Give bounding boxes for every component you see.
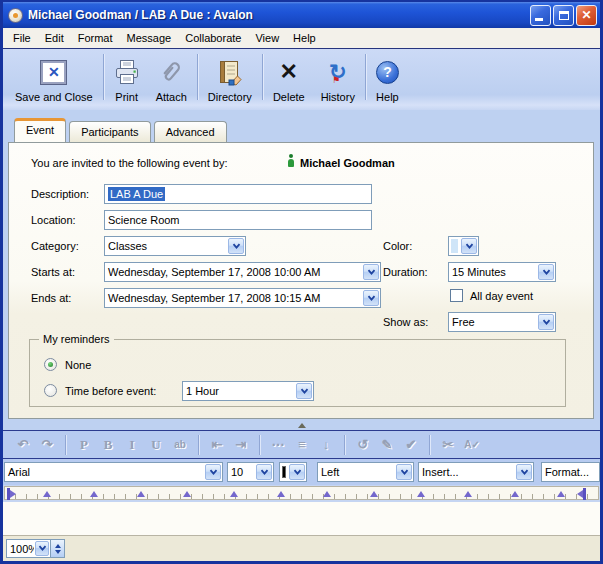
tab-stop-marker[interactable] — [277, 491, 285, 497]
minimize-button[interactable] — [530, 5, 551, 26]
paragraph-spacing-icon[interactable]: ≡ — [292, 437, 312, 452]
tab-advanced[interactable]: Advanced — [154, 121, 227, 142]
content-area: Event Participants Advanced You are invi… — [3, 110, 600, 430]
zoom-combo[interactable]: 100% — [6, 539, 51, 558]
plain-style-icon[interactable]: P — [74, 437, 94, 453]
menu-file[interactable]: File — [6, 30, 38, 46]
left-margin-marker[interactable] — [7, 488, 17, 500]
delete-button[interactable]: ✕ Delete — [265, 52, 313, 104]
chevron-down-icon — [516, 464, 532, 480]
text-color-swatch — [282, 466, 286, 478]
reminder-time-radio[interactable] — [44, 384, 57, 397]
description-input[interactable]: LAB A Due — [104, 184, 372, 204]
menu-edit[interactable]: Edit — [38, 30, 71, 46]
font-size-combo[interactable]: 10 — [227, 462, 274, 482]
starts-at-combo[interactable]: Wednesday, September 17, 2008 10:00 AM — [104, 262, 381, 282]
history-button[interactable]: ↻⚑ History — [313, 52, 363, 104]
duration-combo[interactable]: 15 Minutes — [448, 262, 556, 282]
ends-at-combo[interactable]: Wednesday, September 17, 2008 10:15 AM — [104, 288, 381, 308]
font-toolbar: Arial 10 Left Insert... — [3, 458, 600, 485]
tab-stop-marker[interactable] — [557, 491, 565, 497]
main-toolbar: ✕ Save and Close Print — [3, 48, 600, 110]
approve-icon[interactable]: ✔ — [401, 437, 421, 452]
menu-format[interactable]: Format — [71, 30, 120, 46]
starts-at-label: Starts at: — [31, 266, 75, 278]
location-input[interactable]: Science Room — [104, 210, 372, 230]
tab-stop-marker[interactable] — [323, 491, 331, 497]
tab-stop-marker[interactable] — [43, 491, 51, 497]
outdent-icon[interactable]: ⇤ — [207, 437, 227, 452]
category-label: Category: — [31, 240, 79, 252]
right-margin-marker[interactable] — [576, 488, 586, 500]
revert-icon[interactable]: ↺ — [353, 437, 373, 452]
delete-icon: ✕ — [280, 61, 298, 83]
directory-button[interactable]: Directory — [200, 52, 260, 104]
all-day-checkbox[interactable] — [450, 289, 463, 302]
italic-icon[interactable]: I — [122, 437, 142, 453]
underline-icon[interactable]: U — [146, 437, 166, 453]
tab-stops-icon[interactable]: ⋯ — [268, 437, 288, 452]
maximize-button[interactable] — [553, 5, 574, 26]
format-combo[interactable]: Format... — [541, 462, 600, 482]
pen-icon[interactable]: ✎ — [377, 437, 397, 452]
title-bar: Michael Goodman / LAB A Due : Avalon ✕ — [3, 2, 600, 28]
tab-stop-marker[interactable] — [511, 491, 519, 497]
chevron-down-icon — [205, 464, 221, 480]
window-title: Michael Goodman / LAB A Due : Avalon — [28, 8, 530, 22]
menu-view[interactable]: View — [248, 30, 286, 46]
description-label: Description: — [31, 188, 89, 200]
chevron-down-icon — [228, 238, 244, 254]
reminder-none-radio[interactable] — [44, 358, 57, 371]
menu-message[interactable]: Message — [120, 30, 179, 46]
save-and-close-icon: ✕ — [41, 61, 66, 84]
tab-stop-marker[interactable] — [417, 491, 425, 497]
ruler-scale[interactable] — [4, 486, 599, 500]
font-family-combo[interactable]: Arial — [4, 462, 223, 482]
ends-at-label: Ends at: — [31, 292, 71, 304]
align-combo[interactable]: Left — [317, 462, 414, 482]
tab-stop-marker[interactable] — [230, 491, 238, 497]
insert-combo[interactable]: Insert... — [418, 462, 534, 482]
text-color-combo[interactable] — [279, 462, 307, 482]
formatting-toolbar: ↶ ↷ P B I U ab ⇤ ⇥ ⋯ ≡ ↓ ↺ ✎ ✔ ✂ A✓ — [3, 430, 600, 458]
tab-stop-marker[interactable] — [90, 491, 98, 497]
chevron-down-icon — [538, 264, 554, 280]
category-combo[interactable]: Classes — [104, 236, 246, 256]
redo-icon[interactable]: ↷ — [37, 437, 57, 452]
spin-down-icon — [55, 550, 61, 554]
show-as-combo[interactable]: Free — [448, 312, 556, 332]
close-button[interactable]: ✕ — [576, 5, 597, 26]
bold-icon[interactable]: B — [98, 437, 118, 453]
spin-up-icon — [55, 544, 61, 548]
menu-help[interactable]: Help — [286, 30, 323, 46]
chevron-down-icon — [289, 464, 305, 480]
attach-button[interactable]: Attach — [148, 52, 195, 104]
tab-participants[interactable]: Participants — [69, 121, 150, 142]
tab-stop-marker[interactable] — [137, 491, 145, 497]
tab-event[interactable]: Event — [14, 118, 66, 142]
zoom-spinner[interactable] — [51, 539, 65, 558]
insert-below-icon[interactable]: ↓ — [316, 437, 336, 452]
collapse-arrow-icon — [298, 423, 306, 428]
chevron-down-icon — [538, 314, 554, 330]
history-icon: ↻⚑ — [329, 60, 347, 84]
tab-stop-marker[interactable] — [370, 491, 378, 497]
indent-icon[interactable]: ⇥ — [231, 437, 251, 452]
reminder-time-combo[interactable]: 1 Hour — [182, 381, 314, 401]
save-and-close-button[interactable]: ✕ Save and Close — [7, 52, 101, 104]
tab-stop-marker[interactable] — [464, 491, 472, 497]
undo-icon[interactable]: ↶ — [13, 437, 33, 452]
strikethrough-icon[interactable]: ab — [170, 439, 190, 450]
help-button[interactable]: ? Help — [368, 52, 407, 104]
tab-stop-marker[interactable] — [183, 491, 191, 497]
print-button[interactable]: Print — [106, 52, 148, 104]
menu-collaborate[interactable]: Collaborate — [178, 30, 248, 46]
cut-replace-icon[interactable]: ✂ — [438, 437, 458, 452]
chevron-down-icon — [396, 464, 412, 480]
spellcheck-icon[interactable]: A✓ — [462, 439, 482, 450]
directory-icon — [216, 56, 244, 88]
splitter-handle[interactable] — [3, 419, 600, 430]
print-icon — [114, 56, 140, 88]
color-combo[interactable] — [448, 236, 479, 256]
message-body[interactable] — [3, 502, 600, 535]
